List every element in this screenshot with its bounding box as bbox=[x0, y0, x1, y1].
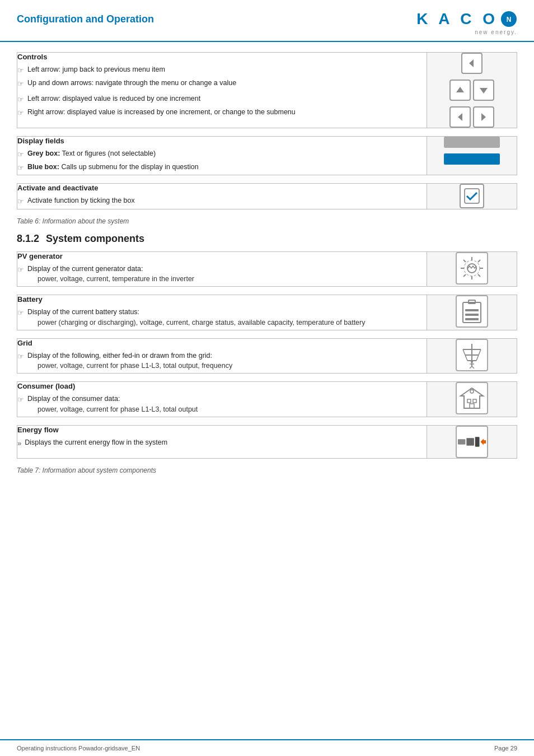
up-down-icons bbox=[449, 80, 494, 101]
logo-subtitle: new energy. bbox=[475, 29, 517, 35]
svg-marker-46 bbox=[481, 438, 484, 445]
svg-marker-36 bbox=[461, 388, 483, 408]
controls-table: Controls ☞ Left arrow: jump back to prev… bbox=[17, 52, 517, 128]
left-arrow-icon bbox=[461, 53, 483, 74]
controls-text-3: Left arrow: displayed value is reduced b… bbox=[27, 94, 200, 104]
battery-heading: Battery bbox=[17, 295, 427, 304]
grid-content: Grid ☞ Display of the following, either … bbox=[17, 338, 427, 374]
pv-heading: PV generator bbox=[17, 252, 427, 260]
pv-text-1: Display of the current generator data: p… bbox=[27, 264, 194, 285]
controls-item-2: ☞ Up and down arrows: navigate through t… bbox=[17, 78, 427, 90]
page-footer: Operating instructions Powador-gridsave_… bbox=[0, 739, 534, 756]
section-number: 8.1.2 bbox=[17, 233, 39, 245]
section-812-heading: 8.1.2 System components bbox=[17, 233, 517, 245]
df-bullet-2: ☞ bbox=[17, 162, 24, 174]
pv-icon bbox=[427, 251, 517, 287]
controls-heading: Controls bbox=[17, 53, 427, 61]
battery-item-1: ☞ Display of the current battery status:… bbox=[17, 307, 427, 328]
svg-rect-20 bbox=[465, 314, 479, 316]
df-bullet-1: ☞ bbox=[17, 149, 24, 160]
svg-line-35 bbox=[472, 366, 474, 368]
activate-text-1: Activate function by ticking the box bbox=[27, 195, 135, 206]
table6-caption: Table 6: Information about the system bbox=[17, 217, 517, 225]
energy-flow-symbol-icon bbox=[456, 426, 488, 458]
svg-line-27 bbox=[479, 349, 481, 355]
grid-symbol-icon bbox=[456, 339, 488, 371]
logo-icon: N bbox=[500, 11, 517, 27]
ef-bullet-1: » bbox=[17, 438, 21, 449]
energy-flow-heading: Energy flow bbox=[17, 426, 427, 434]
controls-item-3: ☞ Left arrow: displayed value is reduced… bbox=[17, 94, 427, 105]
logo-area: K A C O N new energy. bbox=[416, 10, 517, 35]
display-fields-table: Display fields ☞ Grey box: Text or figur… bbox=[17, 136, 517, 175]
svg-rect-38 bbox=[473, 399, 476, 403]
activate-icon bbox=[427, 184, 517, 209]
table7-caption: Table 7: Information about system compon… bbox=[17, 466, 517, 474]
page-title: Configuration and Operation bbox=[17, 10, 154, 25]
display-fields-item-2: ☞ Blue box: Calls up submenu for the dis… bbox=[17, 162, 427, 174]
svg-text:N: N bbox=[507, 16, 512, 24]
energy-flow-item-1: » Displays the current energy flow in th… bbox=[17, 437, 427, 449]
svg-rect-44 bbox=[466, 438, 474, 446]
consumer-text-1: Display of the consumer data: power, vol… bbox=[27, 394, 198, 415]
svg-line-34 bbox=[470, 366, 472, 368]
display-fields-text-2: Blue box: Calls up submenu for the displ… bbox=[27, 162, 199, 172]
svg-rect-43 bbox=[458, 439, 466, 445]
grid-table: Grid ☞ Display of the following, either … bbox=[17, 338, 517, 374]
controls-item-1: ☞ Left arrow: jump back to previous menu… bbox=[17, 64, 427, 76]
display-fields-heading: Display fields bbox=[17, 137, 427, 145]
controls-item-4: ☞ Right arrow: displayed value is increa… bbox=[17, 107, 427, 119]
battery-text-1: Display of the current battery status: p… bbox=[27, 307, 366, 328]
svg-line-16 bbox=[463, 274, 466, 277]
svg-marker-5 bbox=[458, 113, 462, 121]
svg-line-29 bbox=[476, 355, 479, 361]
grid-text-1: Display of the following, either fed-in … bbox=[27, 351, 232, 372]
svg-line-14 bbox=[478, 274, 480, 277]
consumer-heading: Consumer (load) bbox=[17, 382, 427, 390]
svg-line-13 bbox=[463, 260, 466, 262]
consumer-table: Consumer (load) ☞ Display of the consume… bbox=[17, 381, 517, 417]
svg-rect-22 bbox=[465, 318, 479, 320]
svg-point-40 bbox=[470, 390, 474, 393]
consumer-content: Consumer (load) ☞ Display of the consume… bbox=[17, 382, 427, 417]
right-arrow-icon bbox=[473, 106, 494, 128]
controls-text-4: Right arrow: displayed value is increase… bbox=[27, 107, 296, 118]
pv-bullet-1: ☞ bbox=[17, 264, 24, 276]
bullet-3: ☞ bbox=[17, 94, 24, 105]
activate-table: Activate and deactivate ☞ Activate funct… bbox=[17, 183, 517, 209]
consumer-symbol-icon bbox=[456, 382, 488, 414]
left-right-icons bbox=[449, 106, 494, 128]
energy-flow-text-1: Displays the current energy flow in the … bbox=[25, 437, 167, 448]
section-title: System components bbox=[46, 233, 144, 245]
main-content: Controls ☞ Left arrow: jump back to prev… bbox=[0, 42, 534, 516]
page-header: Configuration and Operation K A C O N ne… bbox=[0, 0, 534, 42]
battery-symbol-icon bbox=[456, 295, 488, 328]
svg-line-26 bbox=[463, 349, 465, 355]
consumer-icon bbox=[427, 382, 517, 417]
pv-generator-icon bbox=[456, 252, 488, 284]
blue-box-icon bbox=[444, 153, 500, 165]
grid-item-1: ☞ Display of the following, either fed-i… bbox=[17, 351, 427, 372]
svg-line-28 bbox=[465, 355, 467, 361]
energy-flow-table: Energy flow » Displays the current energ… bbox=[17, 425, 517, 459]
bullet-4: ☞ bbox=[17, 108, 24, 119]
controls-icons bbox=[427, 53, 517, 128]
display-field-boxes bbox=[427, 137, 517, 165]
display-fields-text-1: Grey box: Text or figures (not selectabl… bbox=[27, 148, 156, 159]
grey-box-icon bbox=[444, 137, 500, 148]
svg-marker-2 bbox=[469, 59, 474, 67]
svg-rect-21 bbox=[465, 309, 479, 311]
logo-text: K A C O bbox=[416, 10, 498, 28]
activate-heading: Activate and deactivate bbox=[17, 184, 427, 192]
controls-text-2: Up and down arrows: navigate through the… bbox=[27, 78, 236, 88]
bullet-2: ☞ bbox=[17, 78, 24, 90]
display-fields-content: Display fields ☞ Grey box: Text or figur… bbox=[17, 137, 427, 175]
activate-content: Activate and deactivate ☞ Activate funct… bbox=[17, 184, 427, 209]
grid-bullet-1: ☞ bbox=[17, 351, 24, 362]
footer-left: Operating instructions Powador-gridsave_… bbox=[17, 745, 140, 752]
battery-table: Battery ☞ Display of the current battery… bbox=[17, 295, 517, 330]
bat-bullet-1: ☞ bbox=[17, 307, 24, 319]
controls-content: Controls ☞ Left arrow: jump back to prev… bbox=[17, 53, 427, 128]
svg-rect-7 bbox=[465, 189, 479, 203]
grid-icon bbox=[427, 338, 517, 374]
